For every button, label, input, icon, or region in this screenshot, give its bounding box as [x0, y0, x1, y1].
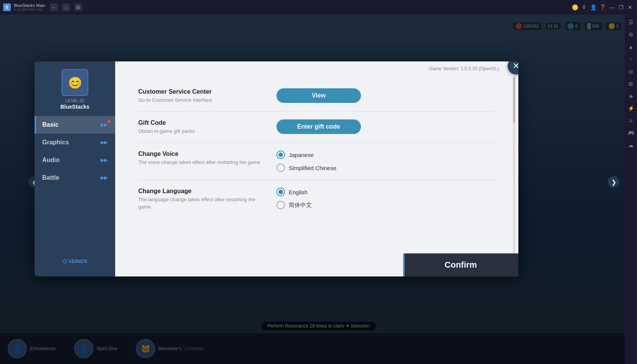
customer-service-desc: Go to Customer Service interface — [138, 97, 269, 104]
rs-icon-5[interactable]: ◎ — [626, 67, 635, 76]
multi-button[interactable]: ⧉ — [74, 3, 82, 11]
sidebar-footer: ⬡ VEINOS — [56, 254, 93, 269]
rs-icon-7[interactable]: ◈ — [626, 91, 635, 101]
rs-icon-9[interactable]: ⚔ — [626, 116, 635, 125]
app-title: BlueStacks Main — [14, 3, 45, 8]
change-language-label-col: Change Language The language change take… — [138, 188, 269, 210]
rs-icon-6[interactable]: ⊞ — [626, 79, 635, 88]
bluestacks-logo: B — [3, 3, 11, 11]
back-button[interactable]: ← — [50, 3, 58, 11]
minimize-button[interactable]: — — [608, 3, 615, 11]
veinos-logo: ⬡ VEINOS — [63, 258, 87, 264]
close-button[interactable]: ✕ — [626, 3, 634, 11]
bluestacks-topbar: B BlueStacks Main 5.21.560.1027 P64 ← ⌂ … — [0, 0, 637, 15]
customer-service-title: Customer Service Center — [138, 88, 269, 95]
gift-code-desc: Obtain in-game gift packs — [138, 128, 269, 135]
voice-chinese-option[interactable]: Simplified Chinese — [276, 164, 495, 172]
sidebar-item-battle[interactable]: Battle ▶▶ — [35, 169, 115, 187]
basic-arrow: ▶▶ — [101, 122, 108, 127]
scrollbar-thumb[interactable] — [513, 77, 515, 123]
game-version: Game Version: 1.0.5.35 (OpenGL) — [429, 66, 499, 71]
lang-english-label: English — [289, 189, 308, 195]
lang-english-radio[interactable] — [276, 188, 285, 196]
change-language-desc: The language change takes effect after r… — [138, 196, 269, 210]
rs-icon-11[interactable]: ☁ — [626, 141, 635, 150]
enter-gift-code-button[interactable]: Enter gift code — [276, 119, 361, 134]
user-icon[interactable]: 👤 — [589, 3, 597, 11]
settings-sidebar: 😊 LEVEL 02 BlueStacks Basic ▶▶ Graphics … — [35, 61, 115, 276]
maximize-button[interactable]: ❐ — [617, 3, 625, 11]
coin-count: 0 — [580, 3, 588, 11]
rs-icon-2[interactable]: ⚙ — [626, 30, 635, 39]
basic-notification-dot — [108, 120, 111, 123]
gift-code-control: Enter gift code — [276, 119, 495, 134]
change-voice-title: Change Voice — [138, 151, 269, 157]
app-subtitle: 5.21.560.1027 P64 — [14, 8, 45, 12]
customer-service-control: View — [276, 88, 495, 103]
rs-icon-3[interactable]: ▲ — [626, 42, 635, 51]
change-voice-desc: The voice change takes effect after rest… — [138, 159, 269, 166]
level-label: LEVEL 02 — [65, 98, 84, 103]
customer-service-label-col: Customer Service Center Go to Customer S… — [138, 88, 269, 104]
voice-japanese-label: Japanese — [289, 152, 314, 158]
settings-panel: ✕ 😊 LEVEL 02 BlueStacks Basic ▶▶ Graphic… — [35, 61, 518, 276]
change-language-title: Change Language — [138, 188, 269, 195]
home-button[interactable]: ⌂ — [62, 3, 70, 11]
nav-arrow-right[interactable]: ❯ — [608, 176, 619, 188]
avatar: 😊 — [61, 69, 88, 96]
voice-chinese-label: Simplified Chinese — [289, 165, 336, 171]
rs-icon-8[interactable]: ⚡ — [626, 104, 635, 113]
sidebar-item-audio[interactable]: Audio ▶▶ — [35, 151, 115, 169]
change-language-control: English 简休中文 — [276, 188, 495, 209]
sidebar-item-graphics[interactable]: Graphics ▶▶ — [35, 134, 115, 151]
voice-japanese-radio[interactable] — [276, 151, 285, 159]
gift-code-row: Gift Code Obtain in-game gift packs Ente… — [138, 112, 495, 143]
gift-code-title: Gift Code — [138, 119, 269, 126]
rs-icon-10[interactable]: 🎮 — [626, 128, 635, 137]
audio-arrow: ▶▶ — [101, 157, 108, 163]
right-sidebar: ☰ ⚙ ▲ ↑ ◎ ⊞ ◈ ⚡ ⚔ 🎮 ☁ — [625, 15, 637, 364]
settings-content: Customer Service Center Go to Customer S… — [115, 61, 518, 249]
coin-icon: 🪙 — [571, 3, 579, 11]
change-voice-control: Japanese Simplified Chinese — [276, 151, 495, 172]
confirm-button[interactable]: Confirm — [403, 253, 518, 276]
username-display: BlueStacks — [60, 104, 89, 110]
lang-english-option[interactable]: English — [276, 188, 495, 196]
change-voice-label-col: Change Voice The voice change takes effe… — [138, 151, 269, 166]
view-button[interactable]: View — [276, 88, 361, 103]
rs-icon-1[interactable]: ☰ — [626, 18, 635, 27]
voice-japanese-option[interactable]: Japanese — [276, 151, 495, 159]
lang-chinese-radio[interactable] — [276, 201, 285, 209]
change-language-row: Change Language The language change take… — [138, 180, 495, 218]
change-voice-row: Change Voice The voice change takes effe… — [138, 143, 495, 180]
voice-chinese-radio[interactable] — [276, 164, 285, 172]
rs-icon-4[interactable]: ↑ — [626, 55, 635, 64]
graphics-arrow: ▶▶ — [101, 140, 108, 145]
scrollbar-track — [513, 77, 515, 253]
help-icon[interactable]: ❓ — [599, 3, 606, 11]
gift-code-label-col: Gift Code Obtain in-game gift packs — [138, 119, 269, 135]
customer-service-row: Customer Service Center Go to Customer S… — [138, 81, 495, 112]
window-controls: 🪙 0 👤 ❓ — ❐ ✕ — [571, 3, 634, 11]
battle-arrow: ▶▶ — [101, 175, 108, 180]
lang-chinese-label: 简休中文 — [289, 202, 312, 209]
settings-main: Game Version: 1.0.5.35 (OpenGL) Customer… — [115, 61, 518, 276]
lang-chinese-option[interactable]: 简休中文 — [276, 201, 495, 209]
sidebar-item-basic[interactable]: Basic ▶▶ — [35, 116, 115, 134]
